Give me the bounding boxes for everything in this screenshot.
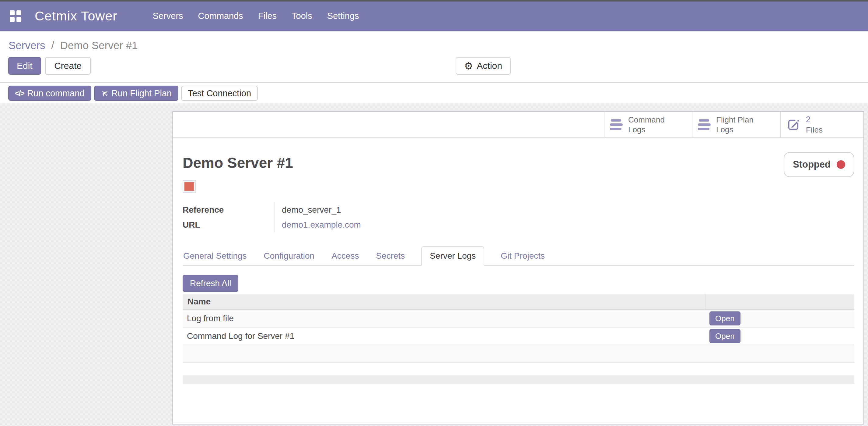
breadcrumb: Servers / Demo Server #1 xyxy=(0,31,868,52)
nav-item-commands[interactable]: Commands xyxy=(198,11,243,21)
table-row[interactable]: Log from file Open xyxy=(183,310,854,327)
nav-item-files[interactable]: Files xyxy=(258,11,277,21)
nav-item-settings[interactable]: Settings xyxy=(327,11,359,21)
server-logs-tab-content: Refresh All Name Log from file Open xyxy=(183,266,854,384)
table-header-row: Name xyxy=(183,294,854,310)
breadcrumb-separator: / xyxy=(51,39,54,51)
action-menu-label: Action xyxy=(477,61,502,71)
tab-git-projects[interactable]: Git Projects xyxy=(500,247,546,265)
bars-icon xyxy=(698,119,711,130)
breadcrumb-current: Demo Server #1 xyxy=(60,39,138,51)
table-row[interactable]: Command Log for Server #1 Open xyxy=(183,327,854,345)
open-log-button[interactable]: Open xyxy=(709,311,741,325)
stat-label: Files xyxy=(806,125,823,134)
tab-configuration[interactable]: Configuration xyxy=(263,247,315,265)
run-flight-plan-label: Run Flight Plan xyxy=(112,88,172,98)
run-command-button[interactable]: </> Run command xyxy=(8,86,91,101)
tab-access[interactable]: Access xyxy=(331,247,360,265)
control-panel: Edit Create ⚙ Action xyxy=(0,52,868,75)
stat-button-files[interactable]: 2 Files xyxy=(780,112,863,137)
breadcrumb-servers-link[interactable]: Servers xyxy=(8,39,45,51)
bars-icon xyxy=(610,119,623,130)
table-spacer-row xyxy=(183,363,854,375)
main-navbar: Cetmix Tower Servers Commands Files Tool… xyxy=(0,2,868,31)
apps-grid-icon[interactable] xyxy=(10,10,21,22)
status-badge: Stopped xyxy=(784,152,854,177)
tab-secrets[interactable]: Secrets xyxy=(375,247,405,265)
table-footer-row xyxy=(183,375,854,384)
stat-label: Command Logs xyxy=(628,115,670,135)
stat-button-command-logs[interactable]: Command Logs xyxy=(604,112,692,137)
server-color-fill xyxy=(184,182,194,191)
brand-title[interactable]: Cetmix Tower xyxy=(35,8,118,24)
server-color-swatch[interactable] xyxy=(183,180,196,193)
gear-icon: ⚙ xyxy=(464,61,473,71)
code-icon: </> xyxy=(15,89,24,98)
form-sheet: Demo Server #1 Stopped Reference URL dem… xyxy=(173,138,863,384)
page-title: Demo Server #1 xyxy=(183,154,854,171)
nav-item-servers[interactable]: Servers xyxy=(153,11,183,21)
server-form-card: Command Logs Flight Plan Logs 2 Files De… xyxy=(172,111,864,424)
edit-button[interactable]: Edit xyxy=(8,57,41,75)
open-log-button[interactable]: Open xyxy=(709,329,741,343)
stat-button-row: Command Logs Flight Plan Logs 2 Files xyxy=(173,112,863,138)
refresh-all-button[interactable]: Refresh All xyxy=(183,275,238,292)
test-connection-button[interactable]: Test Connection xyxy=(181,86,258,101)
empty-table-row xyxy=(183,345,854,363)
status-dot-icon xyxy=(837,160,845,169)
stat-files-text: 2 Files xyxy=(806,115,823,135)
plane-icon: ✈ xyxy=(98,87,111,100)
server-command-bar: </> Run command ✈ Run Flight Plan Test C… xyxy=(0,83,868,103)
url-field-label: URL xyxy=(183,217,275,232)
name-column-header[interactable]: Name xyxy=(183,294,705,310)
nav-item-tools[interactable]: Tools xyxy=(291,11,312,21)
log-name-cell[interactable]: Command Log for Server #1 xyxy=(183,327,705,345)
create-button[interactable]: Create xyxy=(45,57,91,75)
field-group: Reference URL demo_server_1 demo1.exampl… xyxy=(183,202,854,232)
stat-button-flight-plan-logs[interactable]: Flight Plan Logs xyxy=(692,112,780,137)
actions-column-header xyxy=(705,294,854,310)
stat-files-count: 2 xyxy=(806,115,810,124)
run-flight-plan-button[interactable]: ✈ Run Flight Plan xyxy=(94,86,178,101)
tab-server-logs[interactable]: Server Logs xyxy=(421,246,484,266)
server-logs-table: Name Log from file Open Command Log for … xyxy=(183,294,854,384)
notebook-tabs: General Settings Configuration Access Se… xyxy=(183,246,854,266)
nav-menu: Servers Commands Files Tools Settings xyxy=(153,11,359,21)
status-badge-label: Stopped xyxy=(793,159,831,170)
url-field-link[interactable]: demo1.example.com xyxy=(282,220,361,230)
reference-field-value: demo_server_1 xyxy=(282,202,361,217)
field-values-column: demo_server_1 demo1.example.com xyxy=(275,202,361,232)
field-labels-column: Reference URL xyxy=(183,202,275,232)
run-command-label: Run command xyxy=(27,88,85,98)
stat-label: Flight Plan Logs xyxy=(716,115,757,135)
action-menu-button[interactable]: ⚙ Action xyxy=(456,57,511,75)
reference-field-label: Reference xyxy=(183,202,275,217)
pencil-square-icon xyxy=(786,118,800,132)
content-background: Command Logs Flight Plan Logs 2 Files De… xyxy=(0,103,868,426)
tab-general-settings[interactable]: General Settings xyxy=(183,247,247,265)
log-name-cell[interactable]: Log from file xyxy=(183,310,705,327)
